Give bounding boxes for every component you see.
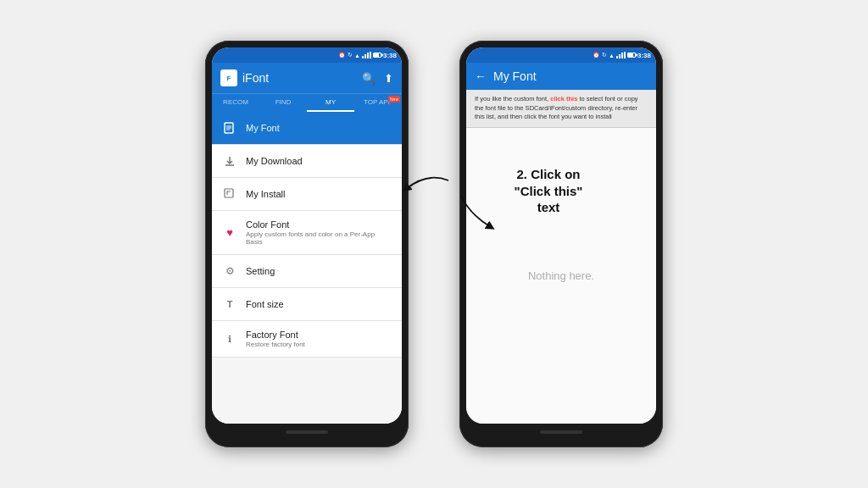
signal-bar2-2 <box>619 54 620 58</box>
install-icon <box>222 186 237 202</box>
menu-item-factory-font[interactable]: ℹ Factory Font Restore factory font <box>212 321 402 358</box>
home-button-1[interactable] <box>286 430 328 434</box>
status-bar-2: ⏰ ↻ ▲ 3:38 <box>466 47 656 63</box>
back-button[interactable]: ← <box>475 69 487 83</box>
wifi-icon-2: ▲ <box>609 53 615 58</box>
app-title: iFont <box>242 71 269 85</box>
menu-item-font-size[interactable]: T Font size <box>212 288 402 321</box>
signal-bar-3 <box>367 53 369 58</box>
app-header-left: F iFont <box>220 69 269 86</box>
phone2-content: Nothing here. <box>466 128 656 424</box>
setting-icon: ⚙ <box>222 263 237 279</box>
menu-item-my-download[interactable]: My Download <box>212 145 402 178</box>
phone-2-bottom <box>466 424 656 441</box>
factory-icon: ℹ <box>222 331 237 347</box>
menu-list: My Font My Download <box>212 112 402 424</box>
new-badge: New <box>388 96 400 103</box>
tab-recom[interactable]: RECOM <box>212 94 259 112</box>
signal-bar-1 <box>362 56 364 58</box>
share-icon[interactable]: ⬆ <box>384 72 393 85</box>
svg-text:F: F <box>227 75 231 82</box>
arrow-2 <box>453 189 504 236</box>
my-font-title: My Font <box>246 123 280 133</box>
app-header-icons: 🔍 ⬆ <box>362 72 393 85</box>
phones-container: ⏰ ↻ ▲ 3:38 <box>205 41 663 447</box>
battery-fill <box>374 53 379 57</box>
color-font-subtitle: Apply custom fonts and color on a Per-Ap… <box>246 230 392 246</box>
menu-item-color-font[interactable]: ♥ Color Font Apply custom fonts and colo… <box>212 211 402 255</box>
signal-bar2-4 <box>624 52 626 58</box>
phone-1: ⏰ ↻ ▲ 3:38 <box>205 41 409 447</box>
signal-bar-2 <box>364 54 366 58</box>
status-time-2: 3:38 <box>637 52 651 59</box>
signal-bar2-3 <box>621 53 623 58</box>
setting-title: Setting <box>246 266 275 276</box>
battery-icon <box>373 53 381 58</box>
phone-1-bottom <box>212 424 402 441</box>
signal-bar2-1 <box>616 56 618 58</box>
phone-1-screen: ⏰ ↻ ▲ 3:38 <box>212 47 402 424</box>
battery-icon-2 <box>627 53 636 58</box>
color-font-text: Color Font Apply custom fonts and color … <box>246 219 392 246</box>
my-font-text: My Font <box>246 123 280 133</box>
wifi-icon: ▲ <box>354 53 360 58</box>
font-size-title: Font size <box>246 299 284 309</box>
download-icon <box>222 153 237 169</box>
color-font-title: Color Font <box>246 219 392 230</box>
my-install-title: My Install <box>246 189 285 199</box>
search-icon[interactable]: 🔍 <box>362 72 376 85</box>
phone-2: ⏰ ↻ ▲ 3:38 ← M <box>459 41 663 447</box>
tab-find[interactable]: FIND <box>259 94 307 112</box>
setting-text: Setting <box>246 266 275 276</box>
tab-my[interactable]: MY <box>307 94 354 112</box>
status-icons-2: ⏰ ↻ ▲ 3:38 <box>593 52 651 59</box>
font-size-icon: T <box>222 297 237 312</box>
signal-bar-4 <box>370 52 371 58</box>
factory-font-text: Factory Font Restore factory font <box>246 330 305 348</box>
my-font-icon <box>222 120 237 136</box>
phone-2-screen: ⏰ ↻ ▲ 3:38 ← M <box>466 47 656 424</box>
nothing-here-text: Nothing here. <box>528 269 594 282</box>
my-install-text: My Install <box>246 189 285 199</box>
status-icons-1: ⏰ ↻ ▲ 3:38 <box>338 52 397 59</box>
my-download-title: My Download <box>246 156 303 166</box>
status-bar-1: ⏰ ↻ ▲ 3:38 <box>212 47 402 63</box>
nav-tabs-1: RECOM FIND MY TOP APP New <box>212 93 402 112</box>
font-size-text: Font size <box>246 299 284 309</box>
factory-font-subtitle: Restore factory font <box>246 341 305 348</box>
signal-bars-2 <box>616 52 626 58</box>
battery-fill-2 <box>628 53 633 57</box>
app-header-1: F iFont 🔍 ⬆ <box>212 63 402 93</box>
rotate-icon-2: ↻ <box>602 52 607 58</box>
status-time-1: 3:38 <box>383 52 397 59</box>
color-font-icon: ♥ <box>222 225 237 241</box>
alarm-icon-2: ⏰ <box>593 52 600 58</box>
alarm-icon: ⏰ <box>338 52 346 58</box>
phone2-header: ← My Font <box>466 63 656 90</box>
info-banner: If you like the custom font, click this … <box>466 90 656 128</box>
click-this-link[interactable]: click this <box>550 95 577 103</box>
my-download-text: My Download <box>246 156 303 166</box>
tab-top-app[interactable]: TOP APP New <box>354 94 402 112</box>
signal-bars <box>362 52 371 58</box>
menu-item-my-font[interactable]: My Font <box>212 112 402 145</box>
rotate-icon: ↻ <box>348 52 353 58</box>
home-button-2[interactable] <box>540 430 582 434</box>
menu-item-setting[interactable]: ⚙ Setting <box>212 255 402 288</box>
ifont-logo: F <box>220 69 237 86</box>
phone2-title: My Font <box>493 69 537 83</box>
factory-font-title: Factory Font <box>246 330 305 340</box>
svg-rect-7 <box>225 189 233 197</box>
menu-item-my-install[interactable]: My Install <box>212 178 402 211</box>
